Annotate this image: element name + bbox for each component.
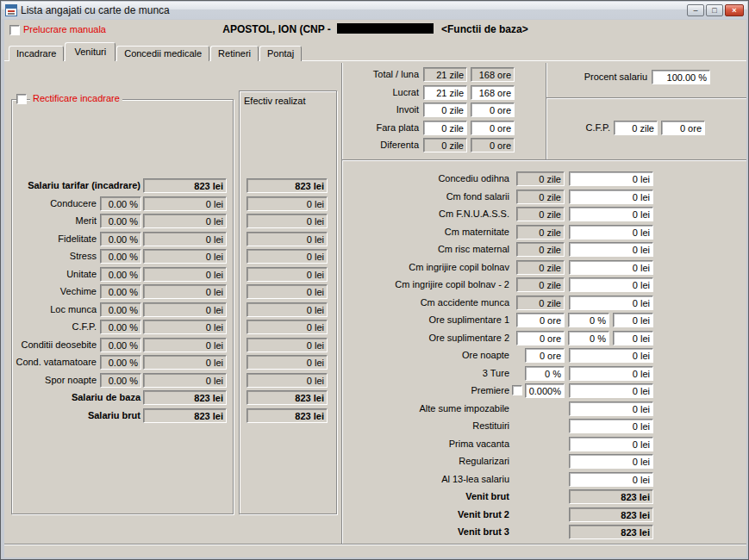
- minimize-button[interactable]: –: [687, 4, 704, 16]
- row-label: Ore suplimentare 2: [346, 331, 509, 345]
- tab-pontaj[interactable]: Pontaj: [259, 46, 302, 61]
- lei-field: 823 lei: [569, 489, 653, 504]
- right-row: Cm maternitate 0 zile 0 lei: [4, 225, 746, 240]
- employee-name: APOSTOL, ION (CNP -: [222, 23, 331, 35]
- row-label: Diferenta: [346, 138, 419, 152]
- bottom-divider: [4, 544, 746, 545]
- lei-field[interactable]: 0 lei: [569, 366, 653, 381]
- pontaj-row: Lucrat 21 zile 168 ore: [4, 85, 521, 100]
- right-row: Ore suplimentare 2 0 ore 0 % 0 lei: [4, 331, 746, 345]
- window-controls: – □ ×: [685, 4, 744, 16]
- pontaj-row: Invoit 0 zile 0 ore: [4, 103, 521, 117]
- zile-field[interactable]: 0 zile: [423, 121, 467, 135]
- right-row: Cm ingrijire copil bolnav - 2 0 zile 0 l…: [4, 277, 746, 292]
- row-label: Invoit: [346, 103, 419, 117]
- lei-field[interactable]: 0 lei: [569, 454, 653, 469]
- right-row: Venit brut 2 823 lei: [4, 507, 746, 522]
- lei-field[interactable]: 0 lei: [569, 419, 653, 433]
- window-title: Lista angajati cu carte de munca: [21, 4, 170, 16]
- right-row: Venit brut 3 823 lei: [4, 525, 746, 539]
- ore-field[interactable]: 168 ore: [471, 85, 515, 100]
- right-row: Alte sume impozabile 0 lei: [4, 401, 746, 416]
- right-row: Premiere 0.000% 0 lei: [4, 383, 746, 398]
- tab-strip: Incadrare Venituri Concedii medicale Ret…: [9, 42, 303, 61]
- row-label: Cm ingrijire copil bolnav: [346, 260, 509, 275]
- employee-header: APOSTOL, ION (CNP - <Functii de baza>: [4, 23, 746, 35]
- row-label: Cm F.N.U.A.S.S.: [346, 207, 509, 221]
- ore-field[interactable]: 0 ore: [516, 313, 565, 327]
- ore-field: 168 ore: [471, 67, 515, 82]
- lei-field[interactable]: 0 lei: [569, 277, 653, 292]
- lei-field[interactable]: 0 lei: [569, 472, 653, 487]
- right-row: Venit brut 823 lei: [4, 489, 746, 504]
- tab-retineri[interactable]: Retineri: [210, 46, 259, 61]
- procent-salariu-label: Procent salariu: [539, 70, 647, 84]
- ore-field[interactable]: 0 ore: [516, 331, 565, 345]
- zile-field: 0 zile: [516, 242, 565, 257]
- row-label: Prima vacanta: [346, 437, 509, 451]
- close-button[interactable]: ×: [725, 4, 744, 16]
- zile-field[interactable]: 21 zile: [423, 85, 467, 100]
- cfp-ore-field[interactable]: 0 ore: [661, 121, 705, 135]
- pontaj-row: Fara plata 0 zile 0 ore: [4, 121, 521, 135]
- lei-field[interactable]: 0 lei: [569, 437, 653, 451]
- percent-field[interactable]: 0 %: [568, 313, 609, 327]
- row-label: Venit brut 3: [346, 525, 509, 539]
- employee-functions: <Functii de baza>: [441, 23, 528, 35]
- lei-field[interactable]: 0 lei: [569, 348, 653, 363]
- tab-concedii-medicale[interactable]: Concedii medicale: [116, 46, 209, 61]
- right-row: 3 Ture 0 % 0 lei: [4, 366, 746, 381]
- percent-field[interactable]: 0 %: [525, 366, 565, 381]
- ore-field[interactable]: 0 ore: [471, 103, 515, 117]
- app-window: Lista angajati cu carte de munca – □ × P…: [0, 0, 749, 560]
- right-row: Concediu odihna 0 zile 0 lei: [4, 171, 746, 186]
- row-label: Regularizari: [346, 454, 509, 469]
- lei-field[interactable]: 0 lei: [569, 190, 653, 204]
- row-label: Cm ingrijire copil bolnav - 2: [346, 277, 509, 292]
- row-label: Premiere: [346, 383, 509, 398]
- row-label: Concediu odihna: [346, 171, 509, 186]
- procent-salariu-field[interactable]: 100.00 %: [652, 70, 710, 84]
- lei-field[interactable]: 0 lei: [569, 383, 653, 398]
- ore-field[interactable]: 0 ore: [525, 348, 565, 363]
- tab-venituri[interactable]: Venituri: [65, 42, 115, 61]
- lei-field: 823 lei: [569, 507, 653, 522]
- maximize-button[interactable]: □: [706, 4, 723, 16]
- zile-field: 0 zile: [516, 225, 565, 240]
- cnp-redaction: [337, 23, 434, 34]
- right-row: Ore suplimentare 1 0 ore 0 % 0 lei: [4, 313, 746, 327]
- procent-divider: [546, 97, 746, 99]
- tab-incadrare[interactable]: Incadrare: [9, 46, 64, 61]
- right-row: Cm fond salarii 0 zile 0 lei: [4, 190, 746, 204]
- lei-field[interactable]: 0 lei: [613, 331, 653, 345]
- row-label: Cm maternitate: [346, 225, 509, 240]
- pontaj-row: Diferenta 0 zile 0 ore: [4, 138, 521, 152]
- lei-field[interactable]: 0 lei: [569, 401, 653, 416]
- app-icon: [5, 4, 17, 16]
- percent-field[interactable]: 0 %: [568, 331, 609, 345]
- lei-field[interactable]: 0 lei: [613, 313, 653, 327]
- ore-field[interactable]: 0 ore: [471, 121, 515, 135]
- cfp-zile-field[interactable]: 0 zile: [614, 121, 658, 135]
- row-label: Cm risc maternal: [346, 242, 509, 257]
- zile-field: 0 zile: [516, 277, 565, 292]
- lei-field[interactable]: 0 lei: [569, 242, 653, 257]
- ore-field: 0 ore: [471, 138, 515, 152]
- row-label: 3 Ture: [346, 366, 509, 381]
- pontaj-row: Total / luna 21 zile 168 ore: [4, 67, 521, 82]
- lei-field[interactable]: 0 lei: [569, 296, 653, 310]
- zile-field: 0 zile: [423, 138, 467, 152]
- percent-field[interactable]: 0.000%: [525, 383, 565, 398]
- zile-field: 0 zile: [516, 171, 565, 186]
- right-row: Cm ingrijire copil bolnav 0 zile 0 lei: [4, 260, 746, 275]
- lei-field[interactable]: 0 lei: [569, 225, 653, 240]
- zile-field[interactable]: 0 zile: [423, 103, 467, 117]
- right-section-divider: [342, 159, 746, 161]
- right-row: Regularizari 0 lei: [4, 454, 746, 469]
- lei-field[interactable]: 0 lei: [569, 207, 653, 221]
- premiere-checkbox[interactable]: [512, 385, 522, 395]
- lei-field[interactable]: 0 lei: [569, 171, 653, 186]
- row-label: Fara plata: [346, 121, 419, 135]
- right-row: Prima vacanta 0 lei: [4, 437, 746, 451]
- lei-field[interactable]: 0 lei: [569, 260, 653, 275]
